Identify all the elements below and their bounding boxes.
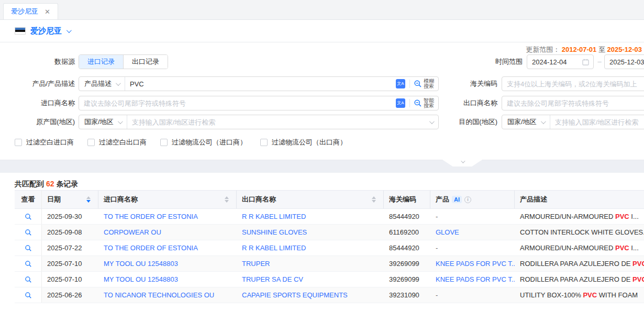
- header-exporter[interactable]: 出口商名称: [237, 191, 384, 208]
- tab-bar: 爱沙尼亚 ✕: [0, 0, 644, 20]
- view-record-button[interactable]: [25, 213, 32, 220]
- update-range: 更新范围： 2012-07-01 至 2025-12-03: [526, 45, 642, 54]
- sort-control-date[interactable]: [86, 196, 91, 203]
- hs-code-cell: 85444920: [384, 213, 430, 220]
- chevron-down-icon[interactable]: [66, 28, 72, 33]
- checkbox-filter-blank-importer[interactable]: 过滤空白进口商: [15, 138, 74, 147]
- date-end-field[interactable]: [604, 54, 644, 69]
- view-record-button[interactable]: [25, 260, 32, 268]
- time-range-label: 时间范围: [365, 54, 523, 69]
- date-cell: 2025-07-10: [42, 275, 98, 283]
- country-name[interactable]: 爱沙尼亚: [30, 26, 62, 36]
- header-product: 产品 AI i: [430, 191, 515, 208]
- hs-code-cell: 39269099: [384, 275, 430, 283]
- product-type-select[interactable]: 产品描述: [79, 77, 125, 91]
- import-records-button[interactable]: 进口记录: [79, 55, 123, 69]
- date-start-input[interactable]: [527, 55, 582, 69]
- filter-checkbox-row: 过滤空白进口商 过滤空白出口商 过滤物流公司（进口商） 过滤物流公司（出口商）: [15, 138, 347, 147]
- update-range-to: 2025-12-03: [607, 46, 642, 53]
- date-start-field[interactable]: [527, 54, 594, 69]
- product-link[interactable]: KNEE PADS FOR PVC T...: [436, 260, 515, 268]
- results-panel: 共匹配到62条记录 查看 日期 进口商名称 出口商名称 海关编码 产品 AI i: [0, 173, 644, 303]
- header-hs-code: 海关编码: [384, 191, 430, 208]
- date-cell: 2025-09-08: [42, 228, 98, 236]
- destination-country-select[interactable]: 国家/地区: [502, 115, 550, 129]
- origin-country-select[interactable]: 国家/地区: [79, 115, 127, 129]
- table-row: 2025-07-10 MY TOOL OU 12548803 TRUPER 39…: [15, 256, 644, 272]
- calendar-icon: [582, 59, 589, 65]
- product-cell: -: [436, 291, 438, 299]
- description-cell: ARMOURED/UN-ARMOURED PVC I...: [515, 213, 644, 220]
- hs-code-cell: 39269099: [384, 260, 430, 268]
- panel-gap: [0, 160, 644, 173]
- highlighted-term: PVC: [615, 244, 629, 252]
- description-cell: ARMOURED/UN-ARMOURED PVC I...: [515, 244, 644, 252]
- checkbox-icon[interactable]: [15, 139, 22, 146]
- filter-panel: 更新范围： 2012-07-01 至 2025-12-03 数据源 进口记录 出…: [0, 42, 644, 160]
- exporter-name-label: 出口商名称: [340, 96, 497, 110]
- checkbox-filter-logistics-importer[interactable]: 过滤物流公司（进口商）: [160, 138, 247, 147]
- header-importer[interactable]: 进口商名称: [98, 191, 237, 208]
- importer-link[interactable]: CORPOWEAR OU: [104, 228, 161, 236]
- exporter-link[interactable]: TRUPER: [242, 260, 270, 268]
- view-record-button[interactable]: [25, 276, 32, 283]
- info-icon[interactable]: i: [464, 196, 471, 203]
- date-cell: 2025-09-30: [42, 213, 98, 220]
- hs-code-field[interactable]: [502, 76, 644, 91]
- header-view: 查看: [15, 191, 42, 208]
- importer-name-label: 进口商名称: [0, 96, 75, 110]
- export-records-button[interactable]: 出口记录: [123, 55, 168, 69]
- checkbox-filter-logistics-exporter[interactable]: 过滤物流公司（出口商）: [260, 138, 347, 147]
- destination-country-input[interactable]: [550, 115, 644, 129]
- exporter-link[interactable]: TRUPER SA DE CV: [242, 275, 303, 283]
- records-table: 查看 日期 进口商名称 出口商名称 海关编码 产品 AI i 产品描述: [15, 190, 644, 303]
- description-cell: RODILLERA PARA AZULEJERO DE PVC: [515, 275, 644, 283]
- product-filter-label: 产品/产品描述: [0, 76, 75, 91]
- importer-link[interactable]: MY TOOL OU 12548803: [104, 275, 178, 283]
- importer-link[interactable]: TO THE ORDER OF ESTONIA: [104, 213, 198, 220]
- view-cell: [15, 287, 42, 303]
- tab-estonia[interactable]: 爱沙尼亚 ✕: [3, 3, 58, 19]
- highlighted-term: PVC: [632, 260, 644, 268]
- checkbox-filter-blank-exporter[interactable]: 过滤空白出口商: [87, 138, 147, 147]
- checkbox-icon[interactable]: [87, 139, 95, 146]
- view-record-button[interactable]: [25, 229, 32, 236]
- importer-link[interactable]: MY TOOL OU 12548803: [104, 260, 178, 268]
- view-record-button[interactable]: [25, 292, 32, 299]
- hs-code-input[interactable]: [502, 77, 644, 91]
- exporter-link[interactable]: R R KABEL LIMITED: [242, 213, 306, 220]
- close-icon[interactable]: ✕: [45, 8, 50, 15]
- view-record-button[interactable]: [25, 245, 32, 252]
- header-date[interactable]: 日期: [42, 191, 98, 208]
- description-cell: RODILLERA PARA AZULEJERO DE PVC: [515, 260, 644, 268]
- description-cell: COTTON INTERLOCK WHITE GLOVES...: [515, 228, 644, 236]
- checkbox-icon[interactable]: [160, 139, 168, 146]
- sort-control-exporter[interactable]: [372, 196, 376, 203]
- exporter-link[interactable]: SUNSHINE GLOVES: [242, 228, 307, 236]
- update-range-label: 更新范围：: [526, 46, 560, 53]
- update-range-from: 2012-07-01: [562, 46, 597, 53]
- importer-link[interactable]: TO NICANOR TECHNOLOGIES OU: [104, 291, 214, 299]
- ai-badge: AI: [452, 196, 462, 203]
- exporter-name-input[interactable]: [502, 96, 644, 110]
- table-header: 查看 日期 进口商名称 出口商名称 海关编码 产品 AI i 产品描述: [15, 190, 644, 209]
- table-row: 2025-06-26 TO NICANOR TECHNOLOGIES OU CA…: [15, 287, 644, 303]
- product-link[interactable]: GLOVE: [436, 228, 459, 236]
- highlighted-term: PVC: [583, 291, 597, 299]
- hs-code-label: 海关编码: [340, 76, 497, 91]
- product-link[interactable]: KNEE PADS FOR PVC T...: [436, 275, 515, 283]
- exporter-name-field[interactable]: [502, 96, 644, 110]
- date-end-input[interactable]: [605, 55, 644, 69]
- exporter-link[interactable]: R R KABEL LIMITED: [242, 244, 306, 252]
- destination-country-group: 国家/地区: [502, 115, 644, 129]
- highlighted-term: PVC: [632, 275, 644, 283]
- sort-control-importer[interactable]: [225, 196, 229, 203]
- date-range-dash: –: [596, 54, 603, 69]
- view-cell: [15, 256, 42, 271]
- data-source-label: 数据源: [0, 54, 75, 69]
- importer-link[interactable]: TO THE ORDER OF ESTONIA: [104, 244, 198, 252]
- table-row: 2025-07-22 TO THE ORDER OF ESTONIA R R K…: [15, 240, 644, 256]
- checkbox-icon[interactable]: [260, 139, 268, 146]
- view-cell: [15, 209, 42, 224]
- exporter-link[interactable]: CAPAPIE SPORTS EQUIPMENTS: [242, 291, 348, 299]
